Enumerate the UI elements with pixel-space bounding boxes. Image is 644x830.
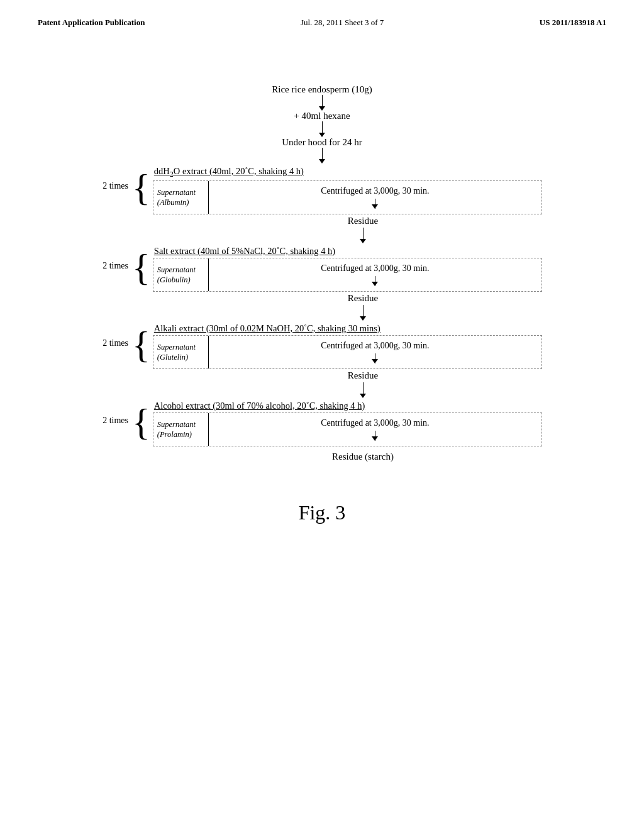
extract-row-3: Supernatant(Glutelin) Centrifuged at 3,0… xyxy=(153,335,542,369)
supernatant-1: Supernatant(Albumin) xyxy=(153,181,209,214)
page-content: Rice rice endosperm (10g) + 40ml hexane … xyxy=(0,34,644,550)
arrow-4 xyxy=(360,228,366,243)
centrifuge-area-1: Centrifuged at 3,000g, 30 min. xyxy=(209,181,541,214)
centrifuge-area-3: Centrifuged at 3,000g, 30 min. xyxy=(209,336,541,368)
centrifuge-area-4: Centrifuged at 3,000g, 30 min. xyxy=(209,413,541,446)
arrow-5 xyxy=(360,305,366,321)
header-left: Patent Application Publication xyxy=(38,18,145,28)
step1-text: Rice rice endosperm (10g) xyxy=(272,84,372,95)
centrifuge-text-4: Centrifuged at 3,000g, 30 min. xyxy=(321,418,429,428)
supernatant-3: Supernatant(Glutelin) xyxy=(153,336,209,368)
centrifuge-text-3: Centrifuged at 3,000g, 30 min. xyxy=(321,341,429,351)
brace-1: { xyxy=(132,169,150,206)
arrow-6 xyxy=(360,382,366,398)
supernatant-4: Supernatant(Prolamin) xyxy=(153,413,209,446)
extract-title-3: Alkali extract (30ml of 0.02M NaOH, 20˚C… xyxy=(150,321,542,334)
centrifuge-text-2: Centrifuged at 3,000g, 30 min. xyxy=(321,263,429,274)
extract-row-2: Supernatant(Globulin) Centrifuged at 3,0… xyxy=(153,258,542,292)
step2-text: + 40ml hexane xyxy=(294,111,350,121)
times-label-3: 2 times xyxy=(102,338,128,348)
brace-4: { xyxy=(132,403,150,441)
flowchart: Rice rice endosperm (10g) + 40ml hexane … xyxy=(102,84,542,463)
residue-4: Residue (starch) xyxy=(143,451,583,462)
figure-label: Fig. 3 xyxy=(299,501,346,524)
extract-inner-1: ddH2O extract (40ml, 20˚C, shaking 4 h) … xyxy=(150,163,542,214)
extract-title-1: ddH2O extract (40ml, 20˚C, shaking 4 h) xyxy=(150,163,542,179)
extract-block-2: 2 times { Salt extract (40ml of 5%NaCl, … xyxy=(102,243,542,292)
extract-title-2: Salt extract (40ml of 5%NaCl, 20˚C, shak… xyxy=(150,243,542,257)
extract-block-3: 2 times { Alkali extract (30ml of 0.02M … xyxy=(102,321,542,369)
centrifuge-arrow-3 xyxy=(375,353,375,363)
brace-3: { xyxy=(132,326,150,363)
times-label-2: 2 times xyxy=(102,261,128,271)
extract-inner-3: Alkali extract (30ml of 0.02M NaOH, 20˚C… xyxy=(150,321,542,369)
centrifuge-area-2: Centrifuged at 3,000g, 30 min. xyxy=(209,258,541,291)
arrow-3 xyxy=(319,148,325,163)
extract-row-1: Supernatant(Albumin) Centrifuged at 3,00… xyxy=(153,180,542,214)
extract-block-4: 2 times { Alcohol extract (30ml of 70% a… xyxy=(102,398,542,446)
extract-title-4: Alcohol extract (30ml of 70% alcohol, 20… xyxy=(150,398,542,411)
centrifuge-arrow-2 xyxy=(375,276,375,286)
arrow-2 xyxy=(319,121,325,137)
centrifuge-text-1: Centrifuged at 3,000g, 30 min. xyxy=(321,186,429,196)
arrow-1 xyxy=(319,95,325,111)
extract-inner-4: Alcohol extract (30ml of 70% alcohol, 20… xyxy=(150,398,542,446)
residue-1: Residue xyxy=(143,216,583,226)
supernatant-2: Supernatant(Globulin) xyxy=(153,258,209,291)
residue-2: Residue xyxy=(143,293,583,304)
extract-row-4: Supernatant(Prolamin) Centrifuged at 3,0… xyxy=(153,412,542,446)
residue-3: Residue xyxy=(143,370,583,381)
extract-block-1: 2 times { ddH2O extract (40ml, 20˚C, sha… xyxy=(102,163,542,214)
step3-text: Under hood for 24 hr xyxy=(282,137,362,148)
times-label-4: 2 times xyxy=(102,416,128,426)
header-right: US 2011/183918 A1 xyxy=(540,18,606,28)
times-label-1: 2 times xyxy=(102,181,128,191)
centrifuge-arrow-4 xyxy=(375,431,375,441)
page-header: Patent Application Publication Jul. 28, … xyxy=(0,0,644,34)
brace-2: { xyxy=(132,248,150,286)
header-center: Jul. 28, 2011 Sheet 3 of 7 xyxy=(301,18,384,28)
extract-inner-2: Salt extract (40ml of 5%NaCl, 20˚C, shak… xyxy=(150,243,542,292)
centrifuge-arrow-1 xyxy=(375,199,375,209)
